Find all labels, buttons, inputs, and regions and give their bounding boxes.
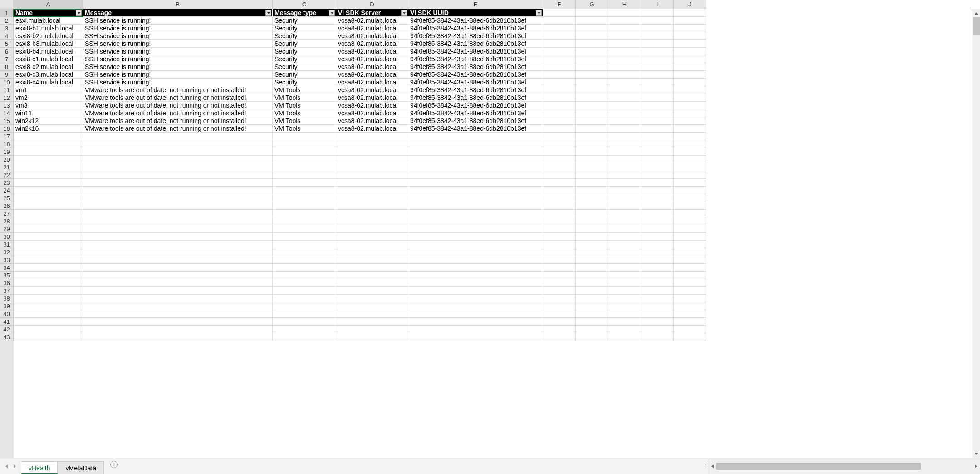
- cell-G28[interactable]: [576, 217, 608, 225]
- cell-J40[interactable]: [674, 310, 706, 318]
- cell-A18[interactable]: [14, 140, 83, 148]
- cell-A12[interactable]: vm2: [14, 94, 83, 102]
- cell-I22[interactable]: [641, 171, 674, 179]
- cell-J17[interactable]: [674, 133, 706, 140]
- tab-splitter-handle[interactable]: ⋮: [703, 458, 708, 474]
- row-header-4[interactable]: 4: [0, 32, 14, 40]
- scroll-left-arrow-icon[interactable]: [708, 458, 716, 474]
- cell-D8[interactable]: vcsa8-02.mulab.local: [336, 63, 408, 71]
- cell-I32[interactable]: [641, 248, 674, 256]
- cell-I37[interactable]: [641, 287, 674, 295]
- cell-H25[interactable]: [608, 194, 641, 202]
- cell-C6[interactable]: Security: [273, 48, 336, 55]
- cell-B3[interactable]: SSH service is running!: [83, 25, 273, 32]
- cell-D13[interactable]: vcsa8-02.mulab.local: [336, 102, 408, 109]
- cell-H21[interactable]: [608, 163, 641, 171]
- cell-G15[interactable]: [576, 117, 608, 125]
- cell-D34[interactable]: [336, 264, 408, 272]
- cell-J27[interactable]: [674, 210, 706, 217]
- cell-H35[interactable]: [608, 272, 641, 279]
- cell-J8[interactable]: [674, 63, 706, 71]
- cell-H14[interactable]: [608, 109, 641, 117]
- column-header-H[interactable]: H: [608, 0, 641, 9]
- cell-G32[interactable]: [576, 248, 608, 256]
- cell-H5[interactable]: [608, 40, 641, 48]
- cell-H33[interactable]: [608, 256, 641, 264]
- cell-A5[interactable]: esxi8-b3.mulab.local: [14, 40, 83, 48]
- cell-D36[interactable]: [336, 279, 408, 287]
- cell-J39[interactable]: [674, 302, 706, 310]
- cell-E36[interactable]: [408, 279, 543, 287]
- cell-E1[interactable]: VI SDK UUID: [408, 9, 543, 17]
- cell-I25[interactable]: [641, 194, 674, 202]
- cell-E42[interactable]: [408, 326, 543, 333]
- cell-E37[interactable]: [408, 287, 543, 295]
- cell-D33[interactable]: [336, 256, 408, 264]
- cell-I21[interactable]: [641, 163, 674, 171]
- cell-J6[interactable]: [674, 48, 706, 55]
- cell-J26[interactable]: [674, 202, 706, 210]
- cell-F42[interactable]: [543, 326, 576, 333]
- cell-B9[interactable]: SSH service is running!: [83, 71, 273, 79]
- cell-D24[interactable]: [336, 187, 408, 194]
- cell-G4[interactable]: [576, 32, 608, 40]
- cell-H41[interactable]: [608, 318, 641, 326]
- cell-I26[interactable]: [641, 202, 674, 210]
- cell-F13[interactable]: [543, 102, 576, 109]
- cell-J28[interactable]: [674, 217, 706, 225]
- next-sheet-icon[interactable]: [12, 464, 17, 469]
- cell-I5[interactable]: [641, 40, 674, 48]
- row-header-15[interactable]: 15: [0, 117, 14, 125]
- cell-D42[interactable]: [336, 326, 408, 333]
- cell-D43[interactable]: [336, 333, 408, 341]
- cell-B17[interactable]: [83, 133, 273, 140]
- cell-E15[interactable]: 94f0ef85-3842-43a1-88ed-6db2810b13ef: [408, 117, 543, 125]
- cell-B2[interactable]: SSH service is running!: [83, 17, 273, 25]
- cell-J21[interactable]: [674, 163, 706, 171]
- column-header-I[interactable]: I: [641, 0, 674, 9]
- column-header-G[interactable]: G: [576, 0, 608, 9]
- cell-I31[interactable]: [641, 241, 674, 248]
- cell-D4[interactable]: vcsa8-02.mulab.local: [336, 32, 408, 40]
- cell-D19[interactable]: [336, 148, 408, 156]
- cell-F26[interactable]: [543, 202, 576, 210]
- cell-D16[interactable]: vcsa8-02.mulab.local: [336, 125, 408, 133]
- cell-I2[interactable]: [641, 17, 674, 25]
- cell-I14[interactable]: [641, 109, 674, 117]
- cell-A36[interactable]: [14, 279, 83, 287]
- cell-C26[interactable]: [273, 202, 336, 210]
- cell-F37[interactable]: [543, 287, 576, 295]
- cell-I4[interactable]: [641, 32, 674, 40]
- cell-C36[interactable]: [273, 279, 336, 287]
- cell-F5[interactable]: [543, 40, 576, 48]
- cell-A9[interactable]: esxi8-c3.mulab.local: [14, 71, 83, 79]
- cell-J43[interactable]: [674, 333, 706, 341]
- cell-E13[interactable]: 94f0ef85-3842-43a1-88ed-6db2810b13ef: [408, 102, 543, 109]
- row-header-40[interactable]: 40: [0, 310, 14, 318]
- cell-B4[interactable]: SSH service is running!: [83, 32, 273, 40]
- cell-grid[interactable]: NameMessageMessage typeVI SDK ServerVI S…: [14, 9, 972, 458]
- row-header-26[interactable]: 26: [0, 202, 14, 210]
- cell-J24[interactable]: [674, 187, 706, 194]
- cell-F40[interactable]: [543, 310, 576, 318]
- cell-F20[interactable]: [543, 156, 576, 163]
- cell-B34[interactable]: [83, 264, 273, 272]
- cell-G13[interactable]: [576, 102, 608, 109]
- cell-G43[interactable]: [576, 333, 608, 341]
- cell-B29[interactable]: [83, 225, 273, 233]
- cell-G22[interactable]: [576, 171, 608, 179]
- cell-F41[interactable]: [543, 318, 576, 326]
- cell-A40[interactable]: [14, 310, 83, 318]
- cell-C42[interactable]: [273, 326, 336, 333]
- cell-H1[interactable]: [608, 9, 641, 17]
- cell-H6[interactable]: [608, 48, 641, 55]
- cell-H23[interactable]: [608, 179, 641, 187]
- cell-J7[interactable]: [674, 55, 706, 63]
- cell-D12[interactable]: vcsa8-02.mulab.local: [336, 94, 408, 102]
- cell-A20[interactable]: [14, 156, 83, 163]
- cell-G37[interactable]: [576, 287, 608, 295]
- cell-J14[interactable]: [674, 109, 706, 117]
- horizontal-scroll-thumb[interactable]: [716, 463, 921, 470]
- cell-D32[interactable]: [336, 248, 408, 256]
- cell-A8[interactable]: esxi8-c2.mulab.local: [14, 63, 83, 71]
